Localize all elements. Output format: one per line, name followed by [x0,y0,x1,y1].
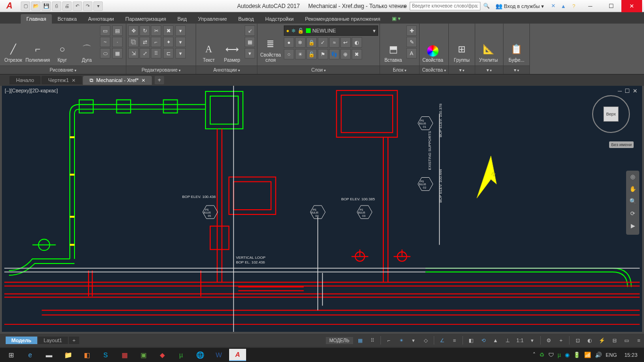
tray-app1-icon[interactable]: ♻ [539,352,545,358]
panel-block-title[interactable]: Блок [380,66,419,74]
grid-icon[interactable]: ▦ [355,335,365,346]
draw-spline-icon[interactable]: ~ [100,37,110,47]
annoscale-dropdown-icon[interactable]: ▾ [527,335,537,346]
tray-utorrent-icon[interactable]: µ [558,352,561,358]
taskbar-explorer-icon[interactable]: 📁 [59,349,76,361]
draw-ellipse-icon[interactable]: ⬭ [100,48,110,58]
layer-properties-button[interactable]: ≣Свойства слоя [259,25,282,64]
clean-screen-icon[interactable]: ▭ [621,335,632,346]
layer-thaw-icon[interactable]: ☀ [295,49,305,59]
tray-security-icon[interactable]: 🛡 [548,352,554,358]
taskbar-ie-icon[interactable]: e [22,349,39,361]
viewport-label[interactable]: [–][Сверху][2D-каркас] [5,88,58,93]
tab-manage[interactable]: Управление [192,14,232,24]
snap-icon[interactable]: ⠿ [367,335,378,346]
quickprops-icon[interactable]: ◐ [585,335,595,346]
taskbar-app1-icon[interactable]: ◧ [78,349,95,361]
qat-saveas-icon[interactable]: ⎙ [52,1,61,11]
panel-clip-title[interactable]: ▾ [504,66,529,74]
taskbar-autocad-icon[interactable]: A [229,349,246,361]
3dosnap-icon[interactable]: ▲ [490,335,501,346]
qat-open-icon[interactable]: 📂 [31,1,41,11]
taskbar-terminal-icon[interactable]: ▬ [41,349,58,361]
ortho-icon[interactable]: ⌐ [384,335,394,346]
tab-view[interactable]: Вид [172,14,192,24]
layer-iso-icon[interactable]: ◐ [352,37,362,48]
layer-unlock-icon[interactable]: 🔓 [306,49,317,59]
infocenter-search-icon[interactable]: 🔍 [482,2,491,10]
tab-home[interactable]: Главная [21,14,52,24]
doc-tab-active[interactable]: ⧉Mechanical - Xref*✕ [83,76,152,85]
layer-merge-icon[interactable]: ⊕ [340,49,351,59]
viewcube-top-face[interactable]: Верх [603,107,619,122]
layer-freeze-icon[interactable]: ❄ [295,37,305,48]
array-icon[interactable]: ⠿ [151,48,161,58]
selection-cycling-icon[interactable]: ⟲ [478,335,488,346]
copy-icon[interactable]: ⿻ [128,37,139,47]
vp-maximize-icon[interactable]: ☐ [625,88,630,94]
layer-state-icon[interactable]: ⚑ [318,49,328,59]
polyline-button[interactable]: ⌐Полилиния [26,25,49,64]
qat-new-icon[interactable]: ▢ [21,1,30,11]
help-icon[interactable]: ? [570,2,578,10]
arc-button[interactable]: ⌒Дуга [75,25,98,64]
erase-icon[interactable]: ✖ [163,25,173,36]
sign-in-button[interactable]: 👥 Вход в службы ▾ [493,3,547,9]
table-icon[interactable]: ▦ [245,37,255,47]
model-tab[interactable]: Модель [6,337,37,344]
pan-icon[interactable]: ✋ [628,186,637,195]
taskbar-utorrent-icon[interactable]: µ [173,349,190,361]
model-canvas[interactable]: N BOP ELEV. 100.436 PSBUL9505 VERTICAL L… [2,86,642,332]
osnap-icon[interactable]: ◇ [421,335,431,346]
tab-parametric[interactable]: Параметризация [120,14,172,24]
viewcube[interactable]: Верх [592,95,630,133]
minimize-button[interactable]: ─ [580,0,601,12]
modify-extra3-icon[interactable]: ▾ [175,48,186,58]
scale-icon[interactable]: ⤢ [140,48,150,58]
vp-close-icon[interactable]: ✕ [633,88,637,94]
layer-lock-icon[interactable]: 🔒 [306,37,317,48]
polar-icon[interactable]: ✴ [396,335,406,346]
line-button[interactable]: ╱Отрезок [2,25,25,64]
model-space-indicator[interactable]: МОДЕЛЬ [326,337,353,344]
annot-extra-icon[interactable]: ▾ [245,48,255,58]
trim-icon[interactable]: ✂ [151,25,161,36]
drawing-area[interactable]: [–][Сверху][2D-каркас] ─ ☐ ✕ [0,86,644,334]
tray-clock[interactable]: 15:23 [620,352,641,358]
infocenter-search[interactable] [410,2,480,10]
close-icon[interactable]: ✕ [141,78,145,83]
mirror-icon[interactable]: ⇄ [140,37,150,47]
draw-point-icon[interactable]: · [112,37,123,47]
taskbar-skype-icon[interactable]: S [97,349,114,361]
panel-annot-title[interactable]: Аннотации [196,66,257,74]
block-insert-button[interactable]: ⬒Вставка [382,25,405,64]
doc-tab-drawing1[interactable]: Чертеж1✕ [41,76,82,84]
units-icon[interactable]: ⊡ [572,335,583,346]
tray-network-icon[interactable]: 📶 [584,352,591,358]
taskbar-app4-icon[interactable]: ◆ [154,349,171,361]
hw-accel-icon[interactable]: ⚡ [597,335,607,346]
explode-icon[interactable]: ✦ [163,37,173,47]
showmotion-icon[interactable]: ▶ [628,222,637,232]
qat-redo-icon[interactable]: ↷ [83,1,92,11]
paste-button[interactable]: 📋Буфе... [505,25,528,64]
draw-rect-icon[interactable]: ▭ [100,25,110,36]
panel-modify-title[interactable]: Редактирование [126,66,196,74]
annotation-monitor-icon[interactable]: + [556,335,566,346]
taskbar-word-icon[interactable]: W [210,349,227,361]
layer-walk-icon[interactable]: 👣 [329,49,339,59]
modify-extra1-icon[interactable]: ▾ [175,25,186,36]
fillet-icon[interactable]: ⌐ [151,37,161,47]
app-menu-button[interactable]: A [0,0,19,12]
taskbar-chrome-icon[interactable]: 🌐 [191,349,208,361]
a360-icon[interactable]: ▲ [559,2,568,10]
taskbar-app3-icon[interactable]: ▣ [135,349,152,361]
maximize-button[interactable]: ☐ [601,0,621,12]
qat-dropdown-icon[interactable]: ▾ [93,1,103,11]
panel-groups-title[interactable]: ▾ [449,66,475,74]
tab-annotate[interactable]: Аннотации [83,14,120,24]
layer-dropdown[interactable]: ● ❄ 🔓 NEWLINE ▾ [284,25,378,36]
doc-tab-start[interactable]: Начало [9,76,41,84]
panel-layers-title[interactable]: Слои [257,66,380,74]
tray-battery-icon[interactable]: 🔋 [573,352,580,358]
